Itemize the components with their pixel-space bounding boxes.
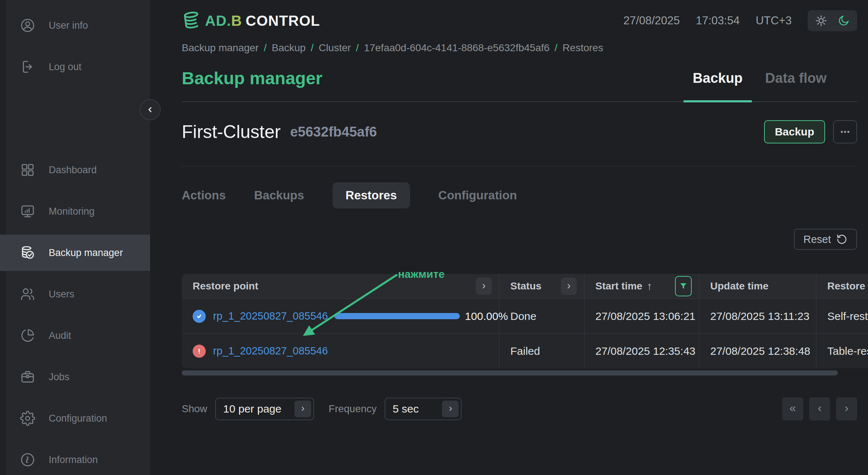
sidebar-item-label: Users	[49, 289, 75, 300]
sidebar-item-label: Log out	[49, 61, 81, 73]
subtab-actions[interactable]: Actions	[182, 182, 226, 208]
dots-horizontal-icon	[839, 125, 852, 138]
success-check-icon	[193, 310, 206, 323]
cell-status: Done	[499, 299, 584, 333]
column-header-start-time: Start time↑	[584, 274, 699, 299]
sidebar-item-log-out[interactable]: Log out	[0, 49, 150, 85]
subtabs: Actions Backups Restores Configuration	[182, 182, 857, 208]
topbar-right: 27/08/2025 17:03:54 UTC+3	[623, 10, 857, 31]
logo-database-icon	[180, 9, 203, 32]
double-chevron-left-icon: «	[789, 401, 796, 415]
title-row: Backup manager Backup Data flow	[182, 68, 857, 102]
cell-start-time: 27/08/2025 13:06:21	[584, 299, 699, 333]
column-header-update-time: Update time	[699, 274, 816, 299]
sidebar-nav-group: Dashboard Monitoring Backup manager User…	[0, 152, 150, 475]
cell-restore-type: Table-res	[816, 334, 868, 368]
sidebar-top-group: User info Log out	[0, 0, 150, 85]
sidebar: User info Log out Dashboard Monitori	[0, 0, 150, 475]
breadcrumb-cluster-id[interactable]: 17efaa0d-604c-4141-8868-e5632fb45af6	[364, 42, 550, 54]
reset-label: Reset	[803, 234, 831, 245]
sidebar-item-users[interactable]: Users	[0, 276, 150, 312]
select-open-button[interactable]: ›	[442, 401, 459, 417]
cell-restore-point: rp_1_20250827_085546	[182, 334, 499, 368]
table-toolbar: Reset	[182, 229, 857, 250]
restore-point-link[interactable]: rp_1_20250827_085546	[213, 345, 328, 357]
sidebar-item-backup-manager[interactable]: Backup manager	[0, 235, 150, 271]
cell-status: Failed	[499, 334, 584, 368]
sidebar-item-monitoring[interactable]: Monitoring	[0, 193, 150, 230]
select-open-button[interactable]: ›	[294, 401, 311, 417]
first-page-button[interactable]: «	[782, 397, 803, 421]
table-row: rp_1_20250827_085546 Failed 27/08/2025 1…	[182, 333, 868, 368]
reset-button[interactable]: Reset	[794, 229, 857, 250]
sidebar-item-label: Dashboard	[49, 165, 97, 176]
breadcrumb-cluster[interactable]: Cluster	[319, 42, 351, 54]
dashboard-grid-icon	[20, 162, 36, 178]
current-time: 17:03:54	[696, 14, 740, 27]
breadcrumb-separator: /	[311, 42, 314, 54]
sort-ascending-icon[interactable]: ↑	[647, 280, 652, 292]
app-logo: AD.BCONTROL	[182, 11, 320, 31]
chevron-right-icon: ›	[482, 280, 486, 291]
dark-theme-moon-icon[interactable]	[837, 15, 850, 27]
light-theme-sun-icon[interactable]	[815, 15, 827, 27]
sidebar-item-label: User info	[49, 20, 88, 31]
breadcrumb-separator: /	[264, 42, 267, 54]
tab-data-flow[interactable]: Data flow	[756, 68, 836, 101]
filter-button[interactable]	[675, 276, 692, 296]
main-tabs: Backup Data flow	[683, 68, 836, 101]
subtab-configuration[interactable]: Configuration	[438, 182, 517, 208]
sidebar-item-label: Configuration	[49, 413, 107, 424]
chevron-right-icon: ›	[845, 401, 849, 415]
cell-restore-point: rp_1_20250827_085546 100.00%	[182, 299, 499, 333]
sidebar-item-label: Information	[49, 454, 98, 466]
cell-restore-type: Self-resto	[816, 299, 868, 333]
sidebar-item-label: Audit	[49, 330, 71, 341]
column-expand-button[interactable]: ›	[476, 277, 492, 295]
page-size-select[interactable]: 10 per page ›	[215, 398, 314, 420]
horizontal-scrollbar[interactable]	[182, 370, 838, 375]
column-expand-button[interactable]: ›	[561, 277, 577, 295]
breadcrumb-restores[interactable]: Restores	[563, 42, 603, 54]
cluster-actions: Backup	[764, 120, 857, 143]
sidebar-item-label: Jobs	[49, 372, 69, 383]
frequency-select[interactable]: 5 sec ›	[385, 398, 462, 420]
breadcrumb-backup-manager[interactable]: Backup manager	[182, 42, 259, 54]
sidebar-item-user-info[interactable]: User info	[0, 7, 150, 44]
breadcrumb-backup[interactable]: Backup	[272, 42, 305, 54]
sidebar-item-audit[interactable]: Audit	[0, 317, 150, 354]
more-actions-button[interactable]	[833, 120, 857, 143]
information-icon	[20, 452, 36, 468]
user-circle-icon	[20, 17, 36, 33]
jobs-briefcase-icon	[20, 369, 36, 385]
cell-update-time: 27/08/2025 13:11:23	[699, 299, 816, 333]
sidebar-item-information[interactable]: Information	[0, 442, 150, 475]
cell-start-time: 27/08/2025 12:35:43	[584, 334, 699, 368]
monitoring-icon	[20, 203, 36, 219]
tab-backup[interactable]: Backup	[683, 68, 752, 101]
pagination-bar: Show 10 per page › Frequency 5 sec › « ‹…	[182, 397, 857, 421]
funnel-icon	[679, 282, 688, 291]
restore-point-link[interactable]: rp_1_20250827_085546	[213, 310, 328, 322]
chevron-right-icon: ›	[449, 402, 452, 414]
configuration-gear-icon	[20, 410, 36, 426]
column-header-restore-type: Restore t	[816, 274, 868, 299]
sidebar-item-configuration[interactable]: Configuration	[0, 400, 150, 437]
frequency-label: Frequency	[329, 403, 377, 415]
subtab-restores[interactable]: Restores	[333, 182, 410, 208]
main-content: AD.BCONTROL 27/08/2025 17:03:54 UTC+3 Ba…	[150, 0, 868, 475]
previous-page-button[interactable]: ‹	[809, 397, 830, 421]
error-exclamation-icon	[193, 345, 206, 358]
sidebar-item-dashboard[interactable]: Dashboard	[0, 152, 150, 188]
current-date: 27/08/2025	[623, 14, 680, 27]
subtab-backups[interactable]: Backups	[254, 182, 304, 208]
page-size-value: 10 per page	[216, 403, 294, 415]
restores-table: Restore point › Status › Start time↑	[182, 274, 868, 368]
cluster-heading-row: First-Cluster e5632fb45af6 Backup	[182, 120, 857, 143]
next-page-button[interactable]: ›	[836, 397, 857, 421]
cluster-id: e5632fb45af6	[290, 124, 377, 140]
sidebar-collapse-button[interactable]	[140, 99, 161, 120]
backup-button[interactable]: Backup	[764, 120, 825, 143]
sidebar-item-jobs[interactable]: Jobs	[0, 359, 150, 395]
sidebar-item-label: Monitoring	[49, 206, 95, 217]
